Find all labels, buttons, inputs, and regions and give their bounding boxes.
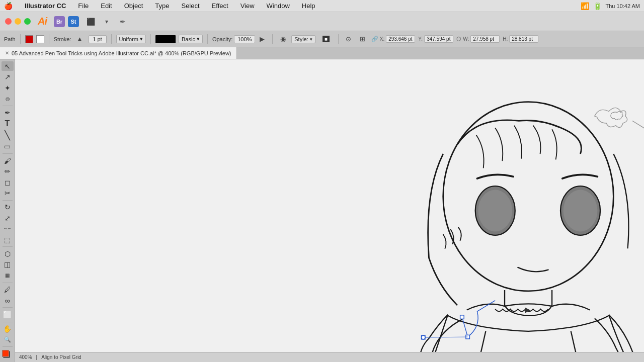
menu-effect[interactable]: Effect xyxy=(210,2,230,10)
svg-point-3 xyxy=(478,190,512,232)
separator-1 xyxy=(20,34,21,44)
stroke-style-dropdown[interactable]: Basic▾ xyxy=(179,35,203,43)
menu-type[interactable]: Type xyxy=(153,2,171,10)
menu-bar-right: 📶 🔋 Thu 10:42 AM xyxy=(581,2,640,10)
illustration-canvas[interactable]: ▶ xyxy=(15,59,644,362)
hand-tool[interactable]: ✋ xyxy=(2,324,14,334)
stroke-swatch[interactable] xyxy=(36,35,44,43)
x-value[interactable]: 293.646 pt xyxy=(386,35,415,43)
menu-window[interactable]: Window xyxy=(265,2,292,10)
blend-tool[interactable]: ∞ xyxy=(2,296,14,305)
eyedropper-tool[interactable]: 🖊 xyxy=(2,285,14,295)
menu-view[interactable]: View xyxy=(238,2,257,10)
w-value[interactable]: 27.958 pt xyxy=(470,35,500,43)
left-toolbar: ↖ ↗ ✦ ⌾ ✒ T ╲ ▭ 🖌 ✏ ◻ ✂ ↻ ⤢ 〰 ⬚ ⬡ ◫ ▦ 🖊 … xyxy=(0,59,15,362)
separator-2 xyxy=(49,34,49,44)
eraser-tool[interactable]: ◻ xyxy=(2,177,14,187)
h-coord-group: H: 28.813 pt xyxy=(503,35,538,43)
align-icon[interactable]: ⊞ xyxy=(357,34,368,45)
style-icon[interactable]: ◉ xyxy=(277,34,288,45)
dropdown-arrow[interactable]: ▾ xyxy=(100,15,113,28)
apple-logo[interactable]: 🍎 xyxy=(4,2,13,10)
options-bar: Path Stroke: ▲ 1 pt Uniform▾ Basic▾ Opac… xyxy=(0,31,644,47)
status-sep-1: | xyxy=(36,354,38,360)
menu-edit[interactable]: Edit xyxy=(99,2,114,10)
artboard-tool[interactable]: ⬜ xyxy=(2,310,14,319)
tool-separator-3 xyxy=(3,200,13,201)
main-area: ↖ ↗ ✦ ⌾ ✒ T ╲ ▭ 🖌 ✏ ◻ ✂ ↻ ⤢ 〰 ⬚ ⬡ ◫ ▦ 🖊 … xyxy=(0,59,644,362)
minimize-button[interactable] xyxy=(15,18,21,25)
fullscreen-button[interactable] xyxy=(24,18,31,25)
wifi-icon: 📶 xyxy=(581,2,589,10)
menu-select[interactable]: Select xyxy=(179,2,201,10)
pencil-tool[interactable]: ✏ xyxy=(2,166,14,176)
tool-separator-4 xyxy=(3,246,13,247)
style-color-icon[interactable]: ■ xyxy=(318,34,334,45)
stroke-value[interactable]: 1 pt xyxy=(89,35,107,43)
rotate-tool[interactable]: ↻ xyxy=(2,203,14,212)
separator-6 xyxy=(272,34,273,44)
fill-stroke-colors[interactable] xyxy=(2,350,13,359)
warp-tool[interactable]: 〰 xyxy=(2,224,14,234)
fill-swatch[interactable] xyxy=(25,35,33,43)
stroke-up-icon[interactable]: ▲ xyxy=(74,34,86,45)
anchor-icon[interactable]: ⊙ xyxy=(343,34,354,45)
y-value[interactable]: 347.594 pt xyxy=(424,35,453,43)
opacity-group: Opacity: 100% ▶ xyxy=(212,34,268,45)
tab-bar: ✕ 05 Advanced Pen Tool Tricks using Adob… xyxy=(0,47,644,59)
arrange-icon[interactable]: ⬛ xyxy=(84,15,97,28)
tool-separator-6 xyxy=(3,307,13,308)
h-label: H: xyxy=(503,36,508,42)
opacity-label: Opacity: xyxy=(212,36,232,42)
stroke-type-dropdown[interactable]: Uniform▾ xyxy=(116,35,146,43)
close-button[interactable] xyxy=(5,18,12,25)
scale-tool[interactable]: ⤢ xyxy=(2,213,14,223)
tool-separator-5 xyxy=(3,283,13,283)
clock: Thu 10:42 AM xyxy=(606,3,640,9)
stroke-style-swatch xyxy=(155,35,176,43)
h-value[interactable]: 28.813 pt xyxy=(509,35,538,43)
direct-selection-tool[interactable]: ↗ xyxy=(2,72,14,81)
chart-tool[interactable]: ▦ xyxy=(2,270,14,280)
line-tool[interactable]: ╲ xyxy=(2,130,14,141)
svg-rect-9 xyxy=(460,315,464,319)
stock-icon: St xyxy=(68,16,79,27)
y-coord-group: Y: 347.594 pt xyxy=(418,35,453,43)
pen-tool[interactable]: ✒ xyxy=(2,108,14,118)
separator-7 xyxy=(338,34,339,44)
menu-object[interactable]: Object xyxy=(122,2,145,10)
zoom-tool[interactable]: 🔍 xyxy=(2,335,14,344)
tool-separator-8 xyxy=(3,346,13,347)
link-icon: 🔗 xyxy=(371,36,378,42)
tab-close-button[interactable]: ✕ xyxy=(5,50,9,56)
tool-separator-7 xyxy=(3,322,13,322)
svg-text:▶: ▶ xyxy=(525,305,531,314)
menu-file[interactable]: File xyxy=(76,2,91,10)
canvas-area[interactable]: ▶ 400% | Align to Pixel Grid xyxy=(15,59,644,362)
menu-bar: 🍎 Illustrator CC File Edit Object Type S… xyxy=(0,0,644,12)
type-tool[interactable]: T xyxy=(2,119,14,128)
canvas-zoom: 400% xyxy=(19,354,32,360)
app-icons: Br St xyxy=(54,16,79,27)
fill-color[interactable] xyxy=(2,350,9,357)
free-transform-tool[interactable]: ⬚ xyxy=(2,235,14,244)
paintbrush-tool[interactable]: 🖌 xyxy=(2,156,14,165)
lasso-tool[interactable]: ⌾ xyxy=(2,94,14,103)
selection-tool[interactable]: ↖ xyxy=(2,61,14,71)
document-tab[interactable]: ✕ 05 Advanced Pen Tool Tricks using Adob… xyxy=(0,47,237,59)
opacity-value[interactable]: 100% xyxy=(234,35,255,43)
menu-help[interactable]: Help xyxy=(300,2,317,10)
shape-builder-tool[interactable]: ⬡ xyxy=(2,249,14,258)
pen-tool-icon[interactable]: ✒ xyxy=(116,15,129,28)
gradient-tool[interactable]: ◫ xyxy=(2,260,14,269)
svg-line-1 xyxy=(632,121,644,133)
transform-icon: ⬡ xyxy=(456,36,461,42)
magic-wand-tool[interactable]: ✦ xyxy=(2,83,14,93)
canvas-info: Align to Pixel Grid xyxy=(41,354,81,360)
opacity-expand-btn[interactable]: ▶ xyxy=(257,34,268,45)
style-dropdown[interactable]: Style:▾ xyxy=(291,35,315,43)
rectangle-tool[interactable]: ▭ xyxy=(2,142,14,151)
stroke-value-group: 1 pt xyxy=(89,35,107,43)
app-name[interactable]: Illustrator CC xyxy=(23,2,68,10)
scissors-tool[interactable]: ✂ xyxy=(2,188,14,198)
